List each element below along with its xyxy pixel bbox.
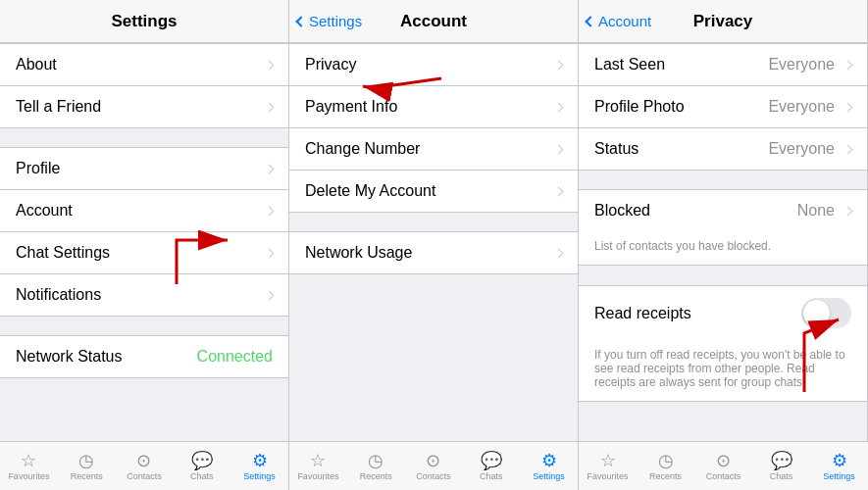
list-item-status[interactable]: Status Everyone	[579, 127, 867, 171]
list-item-chat-settings[interactable]: Chat Settings	[0, 231, 288, 274]
chats-label: Chats	[190, 471, 214, 481]
list-item-profile[interactable]: Profile	[0, 147, 288, 190]
favourites-label-2: Favourites	[297, 471, 338, 481]
tab-favourites-2[interactable]: ☆ Favourites	[289, 442, 347, 490]
contacts-icon: ⊙	[136, 452, 151, 469]
contacts-label-2: Contacts	[416, 471, 451, 481]
chevron-icon	[265, 164, 275, 173]
list-item-about[interactable]: About	[0, 43, 288, 86]
chevron-icon	[843, 144, 853, 154]
settings-header: Settings	[0, 0, 288, 43]
tab-panel-3: ☆ Favourites ◷ Recents ⊙ Contacts 💬 Chat…	[579, 442, 868, 490]
chevron-icon	[554, 60, 564, 70]
privacy-back-button[interactable]: Account	[587, 13, 651, 29]
privacy-panel: Account Privacy Last Seen Everyone Profi…	[579, 0, 868, 441]
settings-icon-2: ⚙	[541, 452, 557, 469]
settings-icon-3: ⚙	[832, 452, 847, 469]
list-item-profile-photo[interactable]: Profile Photo Everyone	[579, 85, 867, 128]
tab-contacts-3[interactable]: ⊙ Contacts	[694, 442, 752, 490]
settings-icon: ⚙	[252, 452, 268, 469]
tab-settings-1[interactable]: ⚙ Settings	[230, 442, 288, 490]
settings-content: About Tell a Friend Profile Account	[0, 43, 288, 441]
chevron-icon	[843, 206, 853, 216]
blocked-subtext: List of contacts you have blocked.	[579, 231, 867, 266]
tab-favourites-3[interactable]: ☆ Favourites	[579, 442, 637, 490]
contacts-label: Contacts	[127, 471, 162, 481]
chevron-icon	[265, 248, 275, 258]
settings-section-1: About Tell a Friend	[0, 43, 288, 128]
settings-label-3: Settings	[823, 471, 855, 481]
list-item-last-seen[interactable]: Last Seen Everyone	[579, 43, 867, 86]
privacy-section-1: Last Seen Everyone Profile Photo Everyon…	[579, 43, 867, 171]
tab-recents-3[interactable]: ◷ Recents	[637, 442, 694, 490]
back-chevron-icon	[585, 16, 595, 26]
chevron-icon	[265, 206, 275, 216]
list-item-privacy[interactable]: Privacy	[289, 43, 578, 86]
privacy-title: Privacy	[693, 12, 753, 31]
privacy-section-2: Blocked None List of contacts you have b…	[579, 189, 867, 266]
privacy-header: Account Privacy	[579, 0, 867, 43]
account-back-button[interactable]: Settings	[297, 13, 362, 29]
settings-label: Settings	[243, 471, 276, 481]
contacts-icon-2: ⊙	[426, 452, 440, 469]
contacts-icon-3: ⊙	[716, 452, 731, 469]
tab-chats-2[interactable]: 💬 Chats	[462, 442, 520, 490]
chevron-icon	[554, 102, 564, 112]
settings-label-2: Settings	[533, 471, 565, 481]
chevron-icon	[554, 144, 564, 154]
list-item-blocked[interactable]: Blocked None	[579, 189, 867, 232]
read-receipts-toggle[interactable]	[801, 298, 851, 328]
favourites-label-3: Favourites	[587, 471, 628, 481]
tab-settings-3[interactable]: ⚙ Settings	[810, 442, 868, 490]
tab-settings-2[interactable]: ⚙ Settings	[520, 442, 578, 490]
recents-icon-2: ◷	[368, 452, 383, 469]
tab-bar: ☆ Favourites ◷ Recents ⊙ Contacts 💬 Chat…	[0, 441, 868, 490]
account-header: Settings Account	[289, 0, 578, 43]
privacy-section-3: Read receipts If you turn off read recei…	[579, 285, 867, 402]
recents-label: Recents	[71, 471, 103, 481]
chats-icon-3: 💬	[771, 452, 792, 469]
tab-favourites-1[interactable]: ☆ Favourites	[0, 442, 58, 490]
chevron-icon	[554, 186, 564, 196]
tab-contacts-1[interactable]: ⊙ Contacts	[116, 442, 174, 490]
network-status-item: Network Status Connected	[0, 335, 288, 378]
recents-label-3: Recents	[649, 471, 682, 481]
back-chevron-icon	[295, 16, 306, 26]
settings-section-2: Profile Account Chat Settings Notificati…	[0, 147, 288, 317]
recents-icon: ◷	[78, 452, 94, 469]
contacts-label-3: Contacts	[706, 471, 741, 481]
favourites-icon-2: ☆	[310, 452, 326, 469]
chats-icon-2: 💬	[481, 452, 502, 469]
favourites-icon-3: ☆	[600, 452, 616, 469]
list-item-notifications[interactable]: Notifications	[0, 273, 288, 317]
favourites-icon: ☆	[21, 452, 36, 469]
tab-contacts-2[interactable]: ⊙ Contacts	[405, 442, 463, 490]
list-item-read-receipts[interactable]: Read receipts	[579, 285, 867, 341]
tab-recents-2[interactable]: ◷ Recents	[347, 442, 405, 490]
account-section-1: Privacy Payment Info Change Number Delet…	[289, 43, 578, 213]
tab-panel-2: ☆ Favourites ◷ Recents ⊙ Contacts 💬 Chat…	[289, 442, 579, 490]
tab-chats-1[interactable]: 💬 Chats	[173, 442, 230, 490]
list-item-change-number[interactable]: Change Number	[289, 127, 578, 171]
list-item-delete-account[interactable]: Delete My Account	[289, 170, 578, 213]
chevron-icon	[843, 102, 853, 112]
list-item-tell-a-friend[interactable]: Tell a Friend	[0, 85, 288, 128]
list-item-account[interactable]: Account	[0, 189, 288, 232]
tab-recents-1[interactable]: ◷ Recents	[58, 442, 116, 490]
list-item-network-usage[interactable]: Network Usage	[289, 231, 578, 274]
chevron-icon	[265, 102, 275, 112]
chats-icon: 💬	[191, 452, 213, 469]
chats-label-2: Chats	[480, 471, 503, 481]
chevron-icon	[265, 290, 275, 300]
chevron-icon	[554, 248, 564, 258]
list-item-payment-info[interactable]: Payment Info	[289, 85, 578, 128]
account-section-2: Network Usage	[289, 231, 578, 274]
tab-chats-3[interactable]: 💬 Chats	[752, 442, 810, 490]
chats-label-3: Chats	[770, 471, 793, 481]
account-panel: Settings Account Privacy Payment Info Ch…	[289, 0, 579, 441]
account-content: Privacy Payment Info Change Number Delet…	[289, 43, 578, 441]
chevron-icon	[265, 60, 275, 70]
tab-panel-1: ☆ Favourites ◷ Recents ⊙ Contacts 💬 Chat…	[0, 442, 289, 490]
recents-label-2: Recents	[360, 471, 392, 481]
privacy-content: Last Seen Everyone Profile Photo Everyon…	[579, 43, 867, 441]
